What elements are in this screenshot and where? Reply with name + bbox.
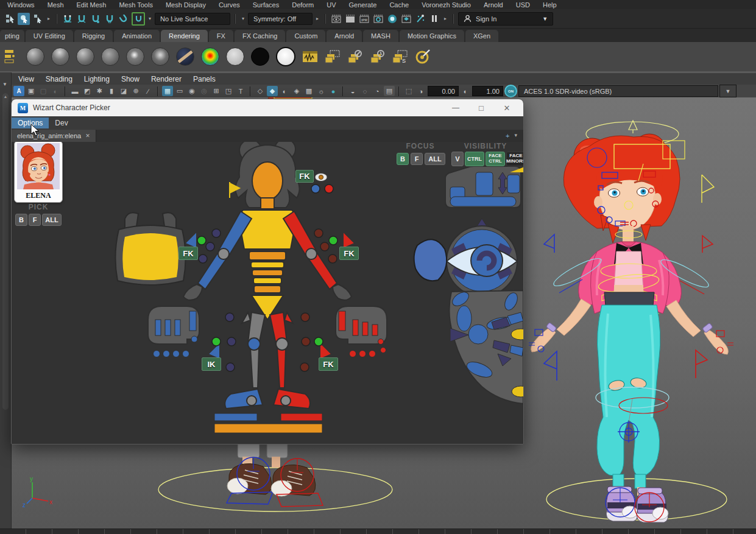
menu-deform[interactable]: Deform	[292, 1, 314, 9]
wireframe-on-shaded-icon[interactable]: ▩	[303, 86, 314, 96]
panel-menu-show[interactable]: Show	[121, 75, 140, 83]
toolbox-expand-icon[interactable]: ▸	[46, 16, 52, 21]
shelf-target-icon[interactable]	[415, 49, 431, 64]
exposure-icon[interactable]: ◑	[415, 86, 426, 96]
snap-view-plane-icon[interactable]	[118, 13, 130, 25]
tab-list-icon[interactable]: ▾	[514, 132, 517, 139]
collapse-panel-icon[interactable]: ▼	[0, 80, 10, 88]
focus-f-button[interactable]: F	[411, 153, 423, 165]
motion-blur-icon[interactable]: ◌	[359, 86, 370, 96]
picker-mouth-panel[interactable]	[449, 289, 523, 404]
add-tab-icon[interactable]: +	[506, 132, 509, 139]
wireframe-icon[interactable]: ◇	[255, 86, 266, 96]
ambient-occlusion-icon[interactable]: ●	[328, 86, 339, 96]
viewport-20-icon[interactable]: ▤	[384, 86, 395, 96]
snap-grid-icon[interactable]	[62, 13, 74, 25]
viewport-character-feet[interactable]	[146, 440, 408, 525]
close-button[interactable]: ✕	[496, 101, 517, 114]
pause-icon[interactable]	[428, 13, 440, 25]
menu-surfaces[interactable]: Surfaces	[253, 1, 279, 9]
panel-menu-lighting[interactable]: Lighting	[84, 75, 110, 83]
isolate-select-icon[interactable]: ⬚	[403, 86, 414, 96]
shelf-tab-arnold[interactable]: Arnold	[327, 30, 362, 42]
menu-help[interactable]: Help	[543, 1, 557, 9]
panel-menu-panels[interactable]: Panels	[193, 75, 216, 83]
color-management-toggle[interactable]: ON	[504, 85, 517, 97]
shelf-material-sphere[interactable]	[126, 47, 144, 66]
shelf-material-sphere[interactable]	[51, 47, 69, 66]
picker-menu-dev[interactable]: Dev	[49, 118, 74, 128]
shelf-tab-mash[interactable]: MASH	[363, 30, 398, 42]
pick-all-button[interactable]: ALL	[42, 214, 62, 226]
shelf-shader-slashed-sphere[interactable]	[176, 47, 194, 66]
window-titlebar[interactable]: M Wizart Character Picker — □ ✕	[12, 99, 523, 116]
picker-brow-panel[interactable]	[445, 166, 521, 208]
grease-pencil-icon[interactable]: ∕	[143, 86, 154, 96]
menu-mesh-display[interactable]: Mesh Display	[166, 1, 206, 9]
select-hierarchy-icon[interactable]	[4, 13, 16, 25]
picker-head-control[interactable]	[252, 162, 283, 200]
film-gate-icon[interactable]: ▭	[174, 86, 185, 96]
prev-view-icon[interactable]: ◐	[50, 86, 61, 96]
picker-spine-controls[interactable]	[249, 251, 286, 293]
focus-b-button[interactable]: B	[397, 153, 409, 165]
menu-arnold[interactable]: Arnold	[484, 1, 503, 9]
field-chart-icon[interactable]: ⊞	[211, 86, 222, 96]
lock-camera-icon[interactable]: ◩	[82, 86, 93, 96]
select-component-icon[interactable]	[32, 13, 44, 25]
live-surface-field[interactable]: No Live Surface	[155, 13, 230, 25]
vertical-scrollbar[interactable]: ▲	[2, 93, 9, 410]
ik-left-leg-badge[interactable]: IK	[202, 357, 221, 371]
menu-curves[interactable]: Curves	[219, 1, 240, 9]
shelf-tab-animation[interactable]: Animation	[114, 30, 160, 42]
fk-head-badge[interactable]: FK	[295, 170, 314, 183]
shelf-batch-render-icon[interactable]	[325, 49, 341, 64]
left-foot-shoe[interactable]	[227, 457, 273, 504]
menu-windows[interactable]: Windows	[7, 1, 35, 9]
picker-neck-control[interactable]	[261, 198, 274, 209]
pan-zoom-icon[interactable]: ⊕	[130, 86, 141, 96]
bookmark-icon[interactable]: ▮	[106, 86, 117, 96]
gate-mask-icon[interactable]: ◎	[199, 86, 210, 96]
fk-right-leg-badge[interactable]: FK	[319, 357, 338, 371]
shelf-show-batch-icon[interactable]	[370, 49, 386, 64]
character-picker-diagram[interactable]	[12, 130, 523, 444]
picker-left-leg-controls[interactable]	[225, 312, 265, 409]
visibility-v-button[interactable]: V	[451, 152, 464, 166]
picker-tab-elena[interactable]: elena_rig_anim:elena ✕	[12, 130, 96, 142]
right-hand[interactable]	[702, 323, 733, 354]
shelf-tab-motion-graphics[interactable]: Motion Graphics	[400, 30, 464, 42]
symmetry-dropdown-icon[interactable]: ▾	[240, 16, 246, 21]
menu-generate[interactable]: Generate	[349, 1, 377, 9]
pants[interactable]	[597, 305, 660, 488]
smooth-shade-icon[interactable]: ◆	[267, 86, 278, 96]
right-sneaker[interactable]	[635, 488, 668, 522]
shelf-material-sphere[interactable]	[26, 47, 44, 66]
shelf-material-sphere[interactable]	[76, 47, 94, 66]
default-lighting-icon[interactable]: ☼	[316, 86, 327, 96]
hypershade-icon[interactable]	[386, 13, 398, 25]
left-hand[interactable]	[529, 323, 557, 352]
shelf-tab-xgen[interactable]: XGen	[465, 30, 498, 42]
shelf-tab-custom[interactable]: Custom	[286, 30, 325, 42]
shadows-icon[interactable]: ◒	[347, 86, 358, 96]
image-plane-icon[interactable]: ◪	[118, 86, 129, 96]
picker-canvas[interactable]: ELENA PICK B F ALL FOCUS B F ALL VISIBIL…	[12, 130, 523, 444]
contrast-icon[interactable]: ◐	[460, 86, 471, 96]
paint-effects-icon[interactable]	[414, 13, 426, 25]
sign-in-dropdown[interactable]: Sign In ▼	[458, 12, 553, 26]
gamma-field[interactable]: 1.00	[472, 86, 503, 96]
right-leg-flag-control[interactable]	[696, 350, 707, 378]
picker-right-leg-controls[interactable]	[270, 312, 310, 409]
panel-menu-view[interactable]: View	[18, 75, 34, 83]
maximize-button[interactable]: □	[471, 101, 492, 114]
grid-icon[interactable]: ▦	[162, 86, 173, 96]
visibility-ctrl-button[interactable]: CTRL	[465, 152, 484, 166]
shelf-black-sphere[interactable]	[251, 47, 269, 66]
left-arm-flag-control[interactable]	[544, 234, 554, 253]
picker-right-hand-panel[interactable]	[336, 306, 387, 357]
menu-voronezh-studio[interactable]: Voronezh Studio	[422, 1, 471, 9]
visibility-face-minors-button[interactable]: FACE MINORS	[506, 152, 524, 166]
textured-icon[interactable]: ◐	[279, 86, 290, 96]
pick-b-button[interactable]: B	[15, 214, 27, 226]
